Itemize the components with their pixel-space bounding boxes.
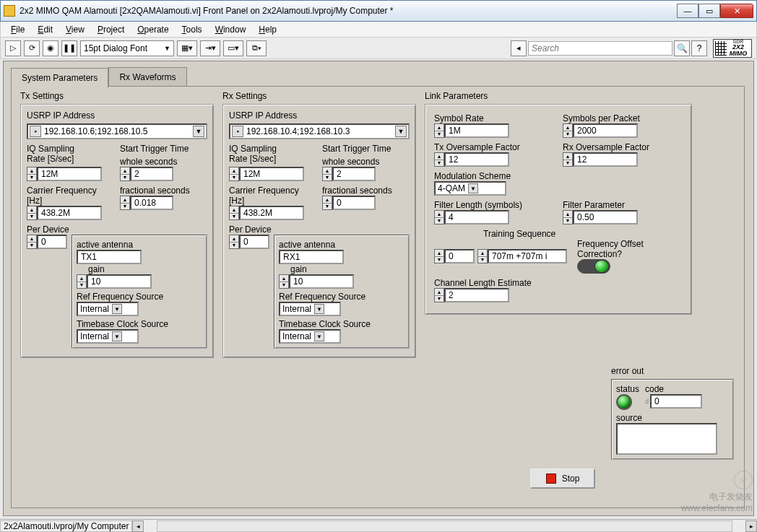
spp-input[interactable]: 2000 — [573, 123, 638, 138]
tab-system-parameters[interactable]: System Parameters — [11, 68, 108, 88]
rx-refsrc-select[interactable]: Internal▼ — [279, 302, 341, 316]
reorder-button[interactable]: ⧉▾ — [246, 40, 267, 56]
rxos-input[interactable]: 12 — [573, 152, 638, 167]
rx-frac-spinner[interactable]: ▲▼ — [322, 196, 332, 210]
train-spinner[interactable]: ▲▼ — [477, 249, 488, 263]
rx-whole-spinner[interactable]: ▲▼ — [322, 167, 332, 181]
search-prev-button[interactable]: ◂ — [511, 40, 527, 56]
train-input[interactable]: 707m +707m i — [488, 249, 567, 263]
menu-help[interactable]: Help — [253, 23, 282, 36]
rx-carrier-label: Carrier Frequency [Hz] — [229, 186, 316, 206]
align-button[interactable]: ▦▾ — [177, 40, 197, 56]
maximize-button[interactable]: ▭ — [698, 4, 720, 18]
rx-tbsrc-select[interactable]: Internal▼ — [279, 329, 341, 344]
rx-gain-spinner[interactable]: ▲▼ — [279, 274, 289, 289]
txos-spinner[interactable]: ▲▼ — [434, 152, 444, 167]
error-out-label: error out — [611, 366, 734, 376]
run-button[interactable]: ▷ — [5, 40, 21, 56]
tx-gain-spinner[interactable]: ▲▼ — [77, 274, 87, 289]
tx-frac-spinner[interactable]: ▲▼ — [120, 196, 130, 210]
chevron-down-icon: ▼ — [112, 331, 122, 341]
tx-carrier-input[interactable]: 438.2M — [37, 206, 102, 220]
rx-antenna-input[interactable]: RX1 — [279, 250, 344, 264]
menu-view[interactable]: View — [60, 23, 90, 36]
txos-input[interactable]: 12 — [444, 152, 509, 167]
close-button[interactable]: ✕ — [720, 4, 753, 18]
tx-tbsrc-select[interactable]: Internal▼ — [77, 329, 139, 344]
rxos-spinner[interactable]: ▲▼ — [563, 152, 573, 167]
tx-frac-input[interactable]: 0.018 — [130, 196, 173, 210]
stop-button[interactable]: Stop — [530, 468, 595, 489]
fpar-spinner[interactable]: ▲▼ — [563, 210, 573, 224]
tx-ip-input[interactable]: ▪ 192.168.10.6;192.168.10.5 ▼ — [27, 123, 207, 139]
resize-button[interactable]: ▭▾ — [223, 40, 243, 56]
symrate-spinner[interactable]: ▲▼ — [434, 123, 444, 138]
rx-iq-input[interactable]: 12M — [239, 167, 304, 181]
tx-iq-spinner[interactable]: ▲▼ — [27, 167, 37, 181]
minimize-button[interactable]: — — [677, 4, 698, 18]
train-idx-spinner[interactable]: ▲▼ — [434, 249, 444, 263]
tx-antenna-input[interactable]: TX1 — [77, 250, 142, 264]
rx-device-index[interactable]: 0 — [239, 235, 269, 249]
rx-device-index-spinner[interactable]: ▲▼ — [229, 235, 239, 249]
mod-select[interactable]: 4-QAM▼ — [434, 181, 506, 196]
menu-window[interactable]: Window — [209, 23, 252, 36]
scroll-left-button[interactable]: ◂ — [132, 520, 144, 532]
horizontal-scrollbar[interactable] — [157, 520, 732, 532]
rx-frac-input[interactable]: 0 — [332, 196, 376, 210]
fpar-input[interactable]: 0.50 — [573, 210, 638, 224]
rx-antenna-label: active antenna — [279, 240, 405, 250]
tx-whole-spinner[interactable]: ▲▼ — [120, 167, 130, 181]
search-input[interactable] — [528, 41, 672, 56]
chevron-down-icon: ▼ — [112, 304, 122, 314]
run-continuous-button[interactable]: ⟳ — [24, 40, 40, 56]
scroll-right-button[interactable]: ▸ — [745, 520, 757, 532]
tx-device-index-spinner[interactable]: ▲▼ — [27, 235, 37, 249]
menu-operate[interactable]: Operate — [131, 23, 174, 36]
status-bar: 2x2Alamouti.lvproj/My Computer ◂ ▸ — [0, 519, 757, 532]
rx-iq-spinner[interactable]: ▲▼ — [229, 167, 239, 181]
menu-bar: File Edit View Project Operate Tools Win… — [0, 22, 757, 38]
menu-file[interactable]: File — [5, 23, 30, 36]
tx-device-index[interactable]: 0 — [37, 235, 67, 249]
tx-iq-input[interactable]: 12M — [37, 167, 102, 181]
train-idx-input[interactable]: 0 — [444, 249, 475, 263]
flen-spinner[interactable]: ▲▼ — [434, 210, 444, 224]
font-select[interactable]: 15pt Dialog Font ▼ — [80, 40, 174, 56]
symrate-input[interactable]: 1M — [444, 123, 509, 138]
mod-label: Modulation Scheme — [434, 171, 683, 181]
abort-button[interactable]: ◉ — [43, 40, 59, 56]
rx-whole-input[interactable]: 2 — [332, 167, 376, 181]
tx-refsrc-select[interactable]: Internal▼ — [77, 302, 139, 316]
search-icon[interactable]: 🔍 — [674, 40, 690, 56]
rx-carrier-spinner[interactable]: ▲▼ — [229, 206, 239, 220]
menu-project[interactable]: Project — [92, 23, 130, 36]
menu-tools[interactable]: Tools — [176, 23, 208, 36]
cle-input[interactable]: 2 — [444, 288, 509, 302]
error-code-input[interactable]: 0 — [650, 394, 702, 409]
tx-whole-input[interactable]: 2 — [130, 167, 173, 181]
cle-spinner[interactable]: ▲▼ — [434, 288, 444, 302]
tx-gain-input[interactable]: 10 — [87, 274, 152, 289]
rx-ip-input[interactable]: ▪ 192.168.10.4;192.168.10.3 ▼ — [229, 123, 410, 139]
help-icon[interactable]: ? — [691, 40, 707, 56]
tx-iq-label: IQ Sampling Rate [S/sec] — [27, 144, 114, 164]
rx-iq-label: IQ Sampling Rate [S/sec] — [229, 144, 316, 164]
menu-edit[interactable]: Edit — [32, 23, 59, 36]
rx-gain-input[interactable]: 10 — [289, 274, 354, 289]
foc-switch[interactable] — [577, 259, 610, 274]
txos-label: Tx Oversample Factor — [434, 142, 554, 152]
spp-spinner[interactable]: ▲▼ — [563, 123, 573, 138]
pause-button[interactable]: ❚❚ — [61, 40, 77, 56]
rx-ip-label: USRP IP Address — [229, 110, 410, 121]
error-source-input[interactable] — [616, 423, 717, 455]
rx-carrier-input[interactable]: 438.2M — [239, 206, 304, 220]
window-titlebar: 2x2 MIMO QAM Alamouti [2x2QAMAlamouti.vi… — [0, 0, 757, 22]
flen-input[interactable]: 4 — [444, 210, 509, 224]
vi-icon[interactable]: SDR 2X2 MIMO — [713, 39, 752, 58]
rx-per-device-label: Per Device — [229, 224, 410, 235]
tab-rx-waveforms[interactable]: Rx Waveforms — [108, 67, 186, 87]
distribute-button[interactable]: ⇥▾ — [200, 40, 220, 56]
toolbar: ▷ ⟳ ◉ ❚❚ 15pt Dialog Font ▼ ▦▾ ⇥▾ ▭▾ ⧉▾ … — [0, 38, 757, 59]
tx-carrier-spinner[interactable]: ▲▼ — [27, 206, 37, 220]
